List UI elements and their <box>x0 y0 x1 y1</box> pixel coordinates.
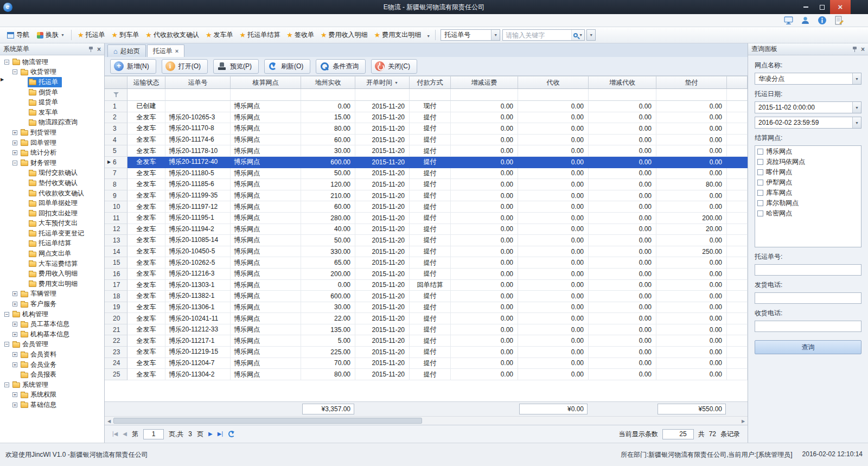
tree-node[interactable]: 会员报表 <box>0 369 104 380</box>
tree-node[interactable]: 提货单 <box>0 97 104 107</box>
tree-node[interactable]: 费用收入明细 <box>0 269 104 279</box>
close-panel-icon[interactable] <box>97 46 101 53</box>
menu-item[interactable] <box>43 14 54 27</box>
toolbar-overflow-button[interactable] <box>424 30 432 41</box>
tree-node[interactable]: 物流跟踪查询 <box>0 118 104 128</box>
checkbox[interactable] <box>757 169 763 175</box>
close-button[interactable] <box>830 0 851 14</box>
tree-node[interactable]: + 客户服务 <box>0 299 104 309</box>
favorite-shortcut[interactable]: 托运单 <box>74 29 108 41</box>
settle-node-option[interactable]: 喀什网点 <box>756 167 860 177</box>
sender-phone-input[interactable] <box>755 292 861 304</box>
tree-node[interactable]: − 机构管理 <box>0 309 104 320</box>
column-header[interactable]: 增减代收 <box>589 76 656 89</box>
receiver-phone-input[interactable] <box>755 321 861 332</box>
search-options-button[interactable] <box>586 29 596 41</box>
table-row[interactable]: 7 全发车 博乐20-11180-5 博乐网点 50.00 2015-11-20… <box>105 168 748 180</box>
tree-node[interactable]: + 员工基本信息 <box>0 319 104 329</box>
filter-cell[interactable] <box>656 89 727 101</box>
checkbox[interactable] <box>757 200 763 206</box>
nav-button[interactable]: 导航 <box>3 29 33 41</box>
expander-icon[interactable]: + <box>12 150 17 155</box>
page-number-input[interactable] <box>143 429 164 439</box>
expander-icon[interactable]: + <box>12 332 17 337</box>
filter-cell[interactable] <box>518 89 589 101</box>
tab[interactable]: 起始页 <box>107 44 146 57</box>
expander-icon[interactable]: − <box>12 69 17 74</box>
table-row[interactable]: 21 全发车 博乐20-11212-33 博乐网点 135.00 2015-11… <box>105 324 748 336</box>
table-row[interactable]: 6 全发车 博乐20-11172-40 博乐网点 600.00 2015-11-… <box>105 157 748 168</box>
table-row[interactable]: 22 全发车 博乐20-11217-1 博乐网点 5.00 2015-11-20… <box>105 335 748 347</box>
scroll-left-icon[interactable] <box>106 418 112 424</box>
combo-dropdown-button[interactable] <box>852 117 861 128</box>
tree-node[interactable]: + 统计分析 <box>0 148 104 158</box>
tree-node[interactable]: + 会员资料 <box>0 349 104 360</box>
favorite-shortcut[interactable]: 到车单 <box>108 29 143 41</box>
favorite-shortcut[interactable]: 发车单 <box>202 29 237 41</box>
menu-item[interactable] <box>33 14 43 27</box>
table-row[interactable]: 4 全发车 博乐20-11174-6 博乐网点 60.00 2015-11-20… <box>105 135 748 146</box>
horizontal-scrollbar[interactable] <box>105 416 748 425</box>
search-input[interactable] <box>503 30 571 40</box>
table-row[interactable]: 5 全发车 博乐20-11178-10 博乐网点 30.00 2015-11-2… <box>105 145 748 157</box>
expander-icon[interactable]: − <box>4 382 9 387</box>
table-row[interactable]: 2 全发车 博乐20-10265-3 博乐网点 15.00 2015-11-20… <box>105 112 748 124</box>
expander-icon[interactable]: + <box>12 392 17 397</box>
tree-node[interactable]: − 财务管理 <box>0 158 104 168</box>
column-header[interactable]: 核算网点 <box>231 76 301 89</box>
tree-node[interactable]: 垫付收支确认 <box>0 178 104 188</box>
first-page-button[interactable] <box>112 431 118 437</box>
expander-icon[interactable]: + <box>12 291 17 296</box>
tree-node[interactable]: − 系统管理 <box>0 380 104 390</box>
tree-node[interactable]: 回单单据处理 <box>0 198 104 208</box>
tree-node[interactable]: + 车辆管理 <box>0 289 104 299</box>
refresh-list-icon[interactable] <box>228 430 235 438</box>
favorite-shortcut[interactable]: 费用支出明细 <box>371 29 425 41</box>
table-row[interactable]: 24 全发车 博乐20-11204-7 博乐网点 70.00 2015-11-2… <box>105 358 748 369</box>
table-row[interactable]: 14 全发车 博乐20-10450-5 博乐网点 330.00 2015-11-… <box>105 246 748 258</box>
tree-node[interactable]: 托运单变更登记 <box>0 228 104 239</box>
collapse-arrow-icon[interactable] <box>1 77 4 82</box>
expander-icon[interactable]: − <box>4 312 9 317</box>
filter-cell[interactable] <box>589 89 656 101</box>
pin-icon[interactable] <box>88 46 93 52</box>
favorite-shortcut[interactable]: 费用收入明细 <box>317 29 371 41</box>
table-row[interactable]: 23 全发车 博乐20-11219-15 博乐网点 225.00 2015-11… <box>105 347 748 358</box>
next-page-button[interactable] <box>208 431 213 437</box>
tab-close-icon[interactable] <box>175 48 178 54</box>
column-header[interactable]: 地州实收 <box>301 76 355 89</box>
info-icon[interactable] <box>818 16 827 25</box>
favorite-shortcut[interactable]: 代收款收支确认 <box>142 29 202 41</box>
action-button[interactable]: 预览(P) <box>213 59 259 74</box>
tree-node[interactable]: 发车单 <box>0 107 104 118</box>
settle-node-option[interactable]: 库车网点 <box>756 188 860 198</box>
expander-icon[interactable]: + <box>12 141 17 145</box>
table-row[interactable]: 13 全发车 博乐20-11085-14 博乐网点 50.00 2015-11-… <box>105 235 748 246</box>
menu-item[interactable] <box>11 14 22 27</box>
table-row[interactable]: 16 全发车 博乐20-11216-3 博乐网点 200.00 2015-11-… <box>105 269 748 280</box>
tree-node[interactable]: + 基础信息 <box>0 400 104 410</box>
combo-dropdown-button[interactable] <box>491 30 500 40</box>
tree-node[interactable]: + 会员业务 <box>0 360 104 370</box>
column-header[interactable]: 垫付 <box>656 76 727 89</box>
tree-node[interactable]: 代收款收支确认 <box>0 188 104 199</box>
tree-node[interactable]: − 收货管理 <box>0 67 104 78</box>
filter-cell[interactable] <box>231 89 301 101</box>
checkbox[interactable] <box>757 159 763 165</box>
monitor-icon[interactable] <box>784 16 793 25</box>
tree-node[interactable]: + 系统权限 <box>0 390 104 400</box>
expander-icon[interactable]: + <box>12 322 17 327</box>
action-button[interactable]: 关闭(C) <box>371 59 417 74</box>
table-row[interactable]: 10 全发车 博乐20-11197-12 博乐网点 60.00 2015-11-… <box>105 201 748 213</box>
column-header[interactable]: 运单号 <box>165 76 231 89</box>
tree-node[interactable]: 倒货单 <box>0 87 104 98</box>
scroll-right-icon[interactable] <box>740 418 746 424</box>
close-panel-icon[interactable] <box>861 46 865 53</box>
table-row[interactable]: 18 全发车 博乐20-11382-1 博乐网点 600.00 2015-11-… <box>105 291 748 302</box>
checkbox[interactable] <box>757 180 763 186</box>
combo-dropdown-button[interactable] <box>852 102 861 113</box>
table-row[interactable]: 25 全发车 博乐20-11304-2 博乐网点 80.00 2015-11-2… <box>105 369 748 380</box>
table-row[interactable]: 19 全发车 博乐20-11306-1 博乐网点 30.00 2015-11-2… <box>105 302 748 314</box>
table-row[interactable]: 20 全发车 博乐20-10241-11 博乐网点 22.00 2015-11-… <box>105 313 748 324</box>
page-size-input[interactable] <box>662 429 694 439</box>
